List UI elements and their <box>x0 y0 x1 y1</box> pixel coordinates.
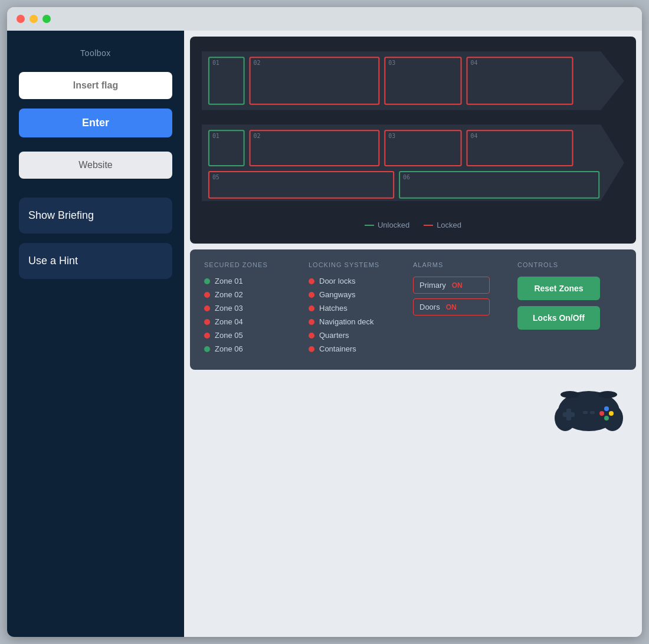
gangways-label: Gangways <box>319 290 355 299</box>
nav-deck-item: Navigation deck <box>309 317 413 326</box>
quarters-item: Quarters <box>309 331 413 340</box>
gangways-dot <box>309 292 314 298</box>
svg-text:03: 03 <box>388 60 395 66</box>
containers-label: Containers <box>319 344 356 353</box>
locked-label: Locked <box>437 221 461 229</box>
zone-01-label: Zone 01 <box>215 277 243 285</box>
primary-alarm-label: Primary <box>419 281 446 290</box>
legend-unlocked: Unlocked <box>365 221 409 229</box>
hatches-label: Hatches <box>319 304 348 313</box>
website-button[interactable]: Website <box>19 152 172 179</box>
locking-systems-title: LOCKING SYSTEMS <box>309 261 413 268</box>
alarms-title: ALARMS <box>413 261 517 268</box>
ship-top-shape: 01 02 03 04 <box>202 48 624 113</box>
containers-dot <box>309 346 314 352</box>
nav-deck-dot <box>309 319 314 325</box>
containers-item: Containers <box>309 344 413 353</box>
zone-04-dot <box>204 319 210 325</box>
legend-locked: Locked <box>424 221 461 229</box>
ship-bottom-shape: 01 02 03 04 05 <box>202 121 624 204</box>
zone-06-label: Zone 06 <box>215 344 243 353</box>
reset-zones-button[interactable]: Reset Zones <box>517 277 600 300</box>
hatches-dot <box>309 305 314 311</box>
svg-text:06: 06 <box>403 174 410 180</box>
main-panel: 01 02 03 04 <box>184 31 642 637</box>
svg-text:01: 01 <box>212 133 219 139</box>
sidebar-title: Toolbox <box>80 48 111 58</box>
zone-02-item: Zone 02 <box>204 290 309 299</box>
svg-point-23 <box>555 405 576 431</box>
svg-point-28 <box>599 411 604 416</box>
maximize-btn[interactable] <box>42 15 51 23</box>
secured-zones-col: SECURED ZONES Zone 01 Zone 02 Zone 03 <box>204 261 309 358</box>
use-hint-button[interactable]: Use a Hint <box>19 243 172 279</box>
zone-05-dot <box>204 333 210 339</box>
zone-03-dot <box>204 305 210 311</box>
gamepad-icon <box>553 382 624 435</box>
svg-rect-32 <box>590 411 595 414</box>
zone-04-item: Zone 04 <box>204 317 309 326</box>
zone-06-item: Zone 06 <box>204 344 309 353</box>
zone-05-item: Zone 05 <box>204 331 309 340</box>
svg-marker-0 <box>202 51 624 110</box>
svg-point-29 <box>609 411 614 416</box>
zone-04-label: Zone 04 <box>215 317 243 326</box>
doors-alarm-badge: Doors ON <box>413 298 490 316</box>
ship-container: 01 02 03 04 <box>190 37 636 244</box>
svg-text:04: 04 <box>470 60 477 66</box>
minimize-btn[interactable] <box>30 15 38 23</box>
door-locks-label: Door locks <box>319 277 355 285</box>
quarters-dot <box>309 333 314 339</box>
zone-02-label: Zone 02 <box>215 290 243 299</box>
zone-01-item: Zone 01 <box>204 277 309 285</box>
zone-03-item: Zone 03 <box>204 304 309 313</box>
zone-05-label: Zone 05 <box>215 331 243 340</box>
zone-02-dot <box>204 292 210 298</box>
enter-button[interactable]: Enter <box>19 109 172 137</box>
controls-title: CONTROLS <box>517 261 622 268</box>
doors-alarm-label: Doors <box>419 303 440 311</box>
svg-text:02: 02 <box>254 60 261 66</box>
svg-text:05: 05 <box>212 174 219 180</box>
svg-marker-9 <box>202 124 624 201</box>
svg-point-33 <box>560 391 579 398</box>
gangways-item: Gangways <box>309 290 413 299</box>
svg-rect-26 <box>563 412 575 417</box>
door-locks-dot <box>309 278 314 284</box>
unlocked-indicator <box>365 225 374 226</box>
secured-zones-title: SECURED ZONES <box>204 261 309 268</box>
quarters-label: Quarters <box>319 331 349 340</box>
browser-titlebar <box>7 7 642 31</box>
nav-deck-label: Navigation deck <box>319 317 374 326</box>
hatches-item: Hatches <box>309 304 413 313</box>
locked-indicator <box>424 225 433 226</box>
sidebar: Toolbox Enter Website Show Briefing Use … <box>7 31 184 637</box>
zone-06-dot <box>204 346 210 352</box>
doors-alarm-status: ON <box>446 303 457 311</box>
svg-point-27 <box>604 406 609 411</box>
locks-onoff-button[interactable]: Locks On/Off <box>517 306 600 330</box>
status-panel: SECURED ZONES Zone 01 Zone 02 Zone 03 <box>190 249 636 370</box>
zone-03-label: Zone 03 <box>215 304 243 313</box>
alarms-col: ALARMS Primary ON Doors ON <box>413 261 517 358</box>
svg-point-34 <box>598 391 617 398</box>
door-locks-item: Door locks <box>309 277 413 285</box>
svg-text:01: 01 <box>212 60 219 66</box>
svg-text:02: 02 <box>254 133 261 139</box>
unlocked-label: Unlocked <box>378 221 409 229</box>
zone-01-dot <box>204 278 210 284</box>
svg-rect-31 <box>583 411 588 414</box>
svg-text:04: 04 <box>470 133 477 139</box>
controls-col: CONTROLS Reset Zones Locks On/Off <box>517 261 622 358</box>
primary-alarm-status: ON <box>452 281 463 290</box>
primary-alarm-badge: Primary ON <box>413 277 490 294</box>
close-btn[interactable] <box>17 15 25 23</box>
svg-text:03: 03 <box>388 133 395 139</box>
locking-systems-col: LOCKING SYSTEMS Door locks Gangways Hatc… <box>309 261 413 358</box>
legend: Unlocked Locked <box>202 213 624 232</box>
insert-flag-input[interactable] <box>19 72 172 99</box>
svg-point-30 <box>604 416 609 420</box>
show-briefing-button[interactable]: Show Briefing <box>19 198 172 234</box>
